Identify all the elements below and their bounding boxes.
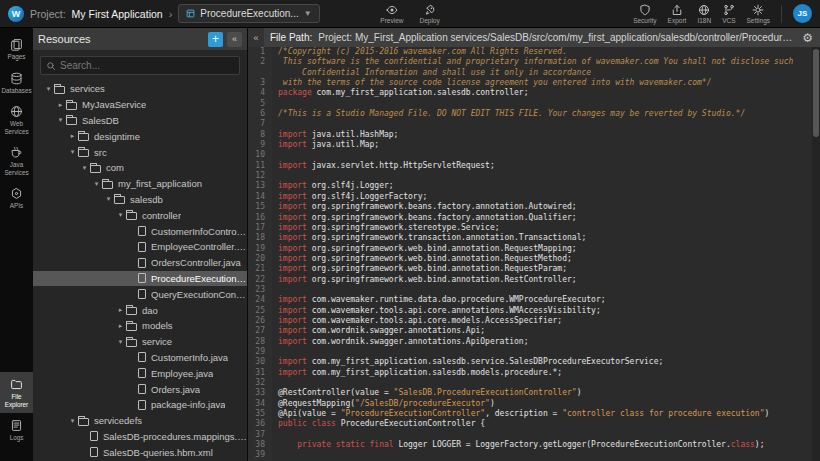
code-line[interactable]: 18import org.springframework.transaction… xyxy=(248,233,820,243)
code-line[interactable]: 39 xyxy=(248,450,820,460)
code-line[interactable]: 15import org.springframework.beans.facto… xyxy=(248,202,820,212)
code-line[interactable]: 36public class ProcedureExecutionControl… xyxy=(248,419,820,429)
code-line[interactable]: 6/*This is a Studio Managed File. DO NOT… xyxy=(248,109,820,119)
code-line[interactable]: 29 xyxy=(248,347,820,357)
expand-arrow-icon[interactable]: ▸ xyxy=(55,101,66,109)
code-line[interactable]: 23 xyxy=(248,285,820,295)
tree-item-procedureexecutioncon[interactable]: ProcedureExecutionCon... xyxy=(33,271,247,287)
code-line[interactable]: 28import com.wordnik.swagger.annotations… xyxy=(248,337,820,347)
collapse-panel-icon[interactable]: « xyxy=(227,32,242,47)
add-resource-button[interactable]: + xyxy=(208,32,223,47)
collapse-arrow-icon[interactable]: ▾ xyxy=(55,116,66,124)
sidebar-item-pages[interactable]: Pages xyxy=(0,32,33,66)
code-line[interactable]: 34@RequestMapping("/SalesDB/procedureExe… xyxy=(248,399,820,409)
tree-item-employee-java[interactable]: Employee.java xyxy=(33,365,247,381)
code-line[interactable]: 21import org.springframework.web.bind.an… xyxy=(248,264,820,274)
tree-item-service[interactable]: ▾service xyxy=(33,334,247,350)
code-line[interactable]: 25import com.wavemaker.tools.api.core.an… xyxy=(248,306,820,316)
code-line[interactable]: 37 xyxy=(248,430,820,440)
sidebar-item-databases[interactable]: Databases xyxy=(0,66,33,100)
tree-item-models[interactable]: ▸models xyxy=(33,318,247,334)
tree-item-orderscontroller-java[interactable]: OrdersController.java xyxy=(33,255,247,271)
tree-item-package-info-java[interactable]: package-info.java xyxy=(33,397,247,413)
tree-item-customerinfo-java[interactable]: CustomerInfo.java xyxy=(33,350,247,366)
code-line[interactable]: 38 private static final Logger LOGGER = … xyxy=(248,440,820,450)
export-button[interactable]: Export xyxy=(668,4,687,24)
collapse-arrow-icon[interactable]: ▾ xyxy=(103,195,114,203)
tree-item-src[interactable]: ▾src xyxy=(33,144,247,160)
code-line[interactable]: 27import com.wordnik.swagger.annotations… xyxy=(248,326,820,336)
code-line[interactable]: 35@Api(value = "ProcedureExecutionContro… xyxy=(248,409,820,419)
code-line[interactable]: 3 with the terms of the source code lice… xyxy=(248,78,820,88)
vcs-button[interactable]: VCS xyxy=(722,4,735,24)
tree-item-dao[interactable]: ▸dao xyxy=(33,302,247,318)
code-line[interactable]: 10 xyxy=(248,150,820,160)
i18n-button[interactable]: I18N xyxy=(697,4,711,24)
tree-item-salesdb-queries-hbm-xml[interactable]: SalesDB-queries.hbm.xml xyxy=(33,444,247,460)
code-line[interactable]: 7 xyxy=(248,119,820,129)
code-area[interactable]: 1/*Copyright (c) 2015-2016 wavemaker.com… xyxy=(248,47,820,461)
tree-item-servicedefs[interactable]: ▾servicedefs xyxy=(33,413,247,429)
user-avatar[interactable]: JS xyxy=(793,4,812,23)
code-line[interactable]: 33@RestController(value = "SalesDB.Proce… xyxy=(248,388,820,398)
security-button[interactable]: Security xyxy=(633,4,656,24)
tree-item-orders-java[interactable]: Orders.java xyxy=(33,381,247,397)
code-line[interactable]: 24import com.wavemaker.runtime.data.dao.… xyxy=(248,295,820,305)
preview-button[interactable]: Preview xyxy=(380,4,403,24)
tree-item-com[interactable]: ▾com xyxy=(33,160,247,176)
code-line[interactable]: 19import org.springframework.web.bind.an… xyxy=(248,244,820,254)
code-line[interactable]: 1/*Copyright (c) 2015-2016 wavemaker.com… xyxy=(248,47,820,57)
tree-item-salesdb[interactable]: ▾SalesDB xyxy=(33,113,247,129)
code-line[interactable]: 2 This software is the confidential and … xyxy=(248,57,820,67)
tree-item-myjavaservice[interactable]: ▸MyJavaService xyxy=(33,97,247,113)
editor-settings-gear-icon[interactable]: ⚙ xyxy=(802,32,813,44)
code-line[interactable]: Confidential Information and shall use i… xyxy=(248,68,820,78)
collapse-arrow-icon[interactable]: ▾ xyxy=(91,180,102,188)
expand-arrow-icon[interactable]: ▸ xyxy=(67,132,78,140)
expand-arrow-icon[interactable]: ▸ xyxy=(115,306,126,314)
code-line[interactable]: 13import org.slf4j.Logger; xyxy=(248,181,820,191)
code-line[interactable]: 4package com.my_first_application.salesd… xyxy=(248,88,820,98)
code-line[interactable]: 22import org.springframework.web.bind.an… xyxy=(248,275,820,285)
page-selector-dropdown[interactable]: ProcedureExecution... ▼ xyxy=(178,4,319,23)
code-line[interactable]: 20import org.springframework.web.bind.an… xyxy=(248,254,820,264)
tree-item-services[interactable]: ▾services xyxy=(33,81,247,97)
collapse-arrow-icon[interactable]: ▾ xyxy=(67,148,78,156)
code-line[interactable]: 12 xyxy=(248,171,820,181)
code-line[interactable]: 11import javax.servlet.http.HttpServletR… xyxy=(248,161,820,171)
sidebar-item-java-services[interactable]: Java Services xyxy=(0,140,33,181)
code-line[interactable]: 30import com.my_first_application.salesd… xyxy=(248,357,820,367)
vertical-scrollbar[interactable] xyxy=(812,47,820,461)
tree-item-designtime[interactable]: ▸designtime xyxy=(33,128,247,144)
search-input[interactable] xyxy=(60,60,234,71)
collapse-arrow-icon[interactable]: ▾ xyxy=(115,338,126,346)
tree-item-queryexecutioncontroll[interactable]: QueryExecutionControll... xyxy=(33,286,247,302)
code-line[interactable]: 32 xyxy=(248,378,820,388)
code-line[interactable]: 8import java.util.HashMap; xyxy=(248,130,820,140)
code-line[interactable]: 5 xyxy=(248,99,820,109)
code-line[interactable]: 17import org.springframework.stereotype.… xyxy=(248,223,820,233)
collapse-arrow-icon[interactable]: ▾ xyxy=(43,85,54,93)
code-line[interactable]: 16import org.springframework.beans.facto… xyxy=(248,213,820,223)
sidebar-item-file-explorer[interactable]: File Explorer xyxy=(0,372,33,413)
sidebar-item-apis[interactable]: APIs xyxy=(0,181,33,215)
code-line[interactable]: 31import com.my_first_application.salesd… xyxy=(248,368,820,378)
settings-button[interactable]: Settings xyxy=(747,4,771,24)
tree-item-controller[interactable]: ▾controller xyxy=(33,207,247,223)
tree-item-salesdb[interactable]: ▾salesdb xyxy=(33,192,247,208)
collapse-arrow-icon[interactable]: ▾ xyxy=(79,164,90,172)
expand-arrow-icon[interactable]: ▸ xyxy=(115,322,126,330)
code-line[interactable]: 26import com.wavemaker.tools.api.core.mo… xyxy=(248,316,820,326)
tree-item-my-first-application[interactable]: ▾my_first_application xyxy=(33,176,247,192)
code-line[interactable]: 9import java.util.Map; xyxy=(248,140,820,150)
collapse-arrow-icon[interactable]: ▾ xyxy=(67,417,78,425)
deploy-button[interactable]: Deploy xyxy=(419,4,439,24)
collapse-tree-icon[interactable]: « xyxy=(248,28,264,47)
tree-item-salesdb-procedures-mappings-json[interactable]: SalesDB-procedures.mappings.json xyxy=(33,429,247,445)
sidebar-item-logs[interactable]: Logs xyxy=(0,413,33,447)
tree-item-employeecontroller-java[interactable]: EmployeeController.java xyxy=(33,239,247,255)
tree-item-customerinfocontrolle[interactable]: CustomerInfoControlle... xyxy=(33,223,247,239)
collapse-arrow-icon[interactable]: ▾ xyxy=(115,211,126,219)
sidebar-item-web-services[interactable]: Web Services xyxy=(0,99,33,140)
code-line[interactable]: 14import org.slf4j.LoggerFactory; xyxy=(248,192,820,202)
